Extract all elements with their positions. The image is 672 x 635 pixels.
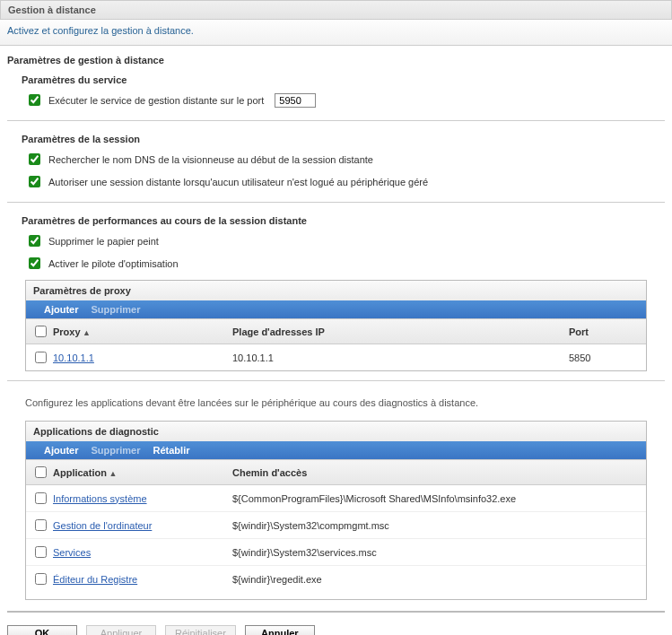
proxy-row-iprange: 10.10.1.1 <box>232 352 569 363</box>
diag-row-path: ${windir}\System32\services.msc <box>232 547 641 558</box>
dialog-button-bar: OK Appliquer Réinitialiser Annuler <box>0 613 672 635</box>
diag-row-app-link[interactable]: Éditeur du Registre <box>53 574 137 585</box>
diag-row-checkbox[interactable] <box>35 492 47 504</box>
service-heading: Paramètres du service <box>0 71 672 89</box>
diag-row: Éditeur du Registre ${windir}\regedit.ex… <box>26 566 646 592</box>
diag-row-app-link[interactable]: Services <box>53 547 91 558</box>
proxy-table-title: Paramètres de proxy <box>26 281 646 300</box>
dns-lookup-label: Rechercher le nom DNS de la visionneuse … <box>48 154 373 165</box>
diag-add-action[interactable]: Ajouter <box>44 445 79 456</box>
allow-nouser-checkbox[interactable] <box>29 176 40 187</box>
proxy-col-port[interactable]: Port <box>569 326 641 337</box>
apply-button: Appliquer <box>86 625 156 635</box>
diag-table: Applications de diagnostic Ajouter Suppr… <box>25 421 647 600</box>
perf-heading: Paramètres de performances au cours de l… <box>0 212 672 230</box>
diag-select-all-checkbox[interactable] <box>35 466 47 478</box>
diag-col-app[interactable]: Application <box>53 467 232 478</box>
diag-row-path: ${windir}\System32\compmgmt.msc <box>232 520 641 531</box>
proxy-action-bar: Ajouter Supprimer <box>26 300 646 318</box>
diag-desc: Configurez les applications devant être … <box>0 390 672 415</box>
diag-restore-action[interactable]: Rétablir <box>153 445 190 456</box>
diag-delete-action[interactable]: Supprimer <box>92 445 141 456</box>
ok-button[interactable]: OK <box>7 625 77 635</box>
proxy-add-action[interactable]: Ajouter <box>44 304 79 315</box>
proxy-row-link[interactable]: 10.10.1.1 <box>53 352 94 363</box>
diag-row-app-link[interactable]: Informations système <box>53 493 147 504</box>
page-subtitle: Activez et configurez la gestion à dista… <box>0 20 672 46</box>
diag-table-header: Application Chemin d'accès <box>26 459 646 485</box>
reset-button: Réinitialiser <box>165 625 236 635</box>
diag-row: Gestion de l'ordinateur ${windir}\System… <box>26 512 646 539</box>
proxy-col-proxy[interactable]: Proxy <box>53 326 232 337</box>
proxy-table: Paramètres de proxy Ajouter Supprimer Pr… <box>25 280 647 371</box>
proxy-select-all-checkbox[interactable] <box>35 326 47 337</box>
run-service-label: Exécuter le service de gestion distante … <box>48 95 264 106</box>
diag-action-bar: Ajouter Supprimer Rétablir <box>26 441 646 459</box>
allow-nouser-label: Autoriser une session distante lorsqu'au… <box>48 177 428 187</box>
port-input[interactable] <box>275 93 316 108</box>
suppress-wallpaper-checkbox[interactable] <box>29 235 40 247</box>
suppress-wallpaper-label: Supprimer le papier peint <box>48 236 159 247</box>
diag-row: Services ${windir}\System32\services.msc <box>26 539 646 566</box>
proxy-table-header: Proxy Plage d'adresses IP Port <box>26 318 646 344</box>
cancel-button[interactable]: Annuler <box>245 625 315 635</box>
diag-row-checkbox[interactable] <box>35 519 47 531</box>
run-service-checkbox[interactable] <box>29 94 40 106</box>
enable-driver-checkbox[interactable] <box>29 257 40 269</box>
diag-row: Informations système ${CommonProgramFile… <box>26 485 646 512</box>
diag-row-app-link[interactable]: Gestion de l'ordinateur <box>53 520 152 531</box>
proxy-col-iprange[interactable]: Plage d'adresses IP <box>232 326 569 337</box>
session-heading: Paramètres de la session <box>0 130 672 148</box>
proxy-row: 10.10.1.1 10.10.1.1 5850 <box>26 344 646 370</box>
page-title: Gestion à distance <box>0 0 672 20</box>
diag-row-checkbox[interactable] <box>35 573 47 585</box>
section-main-title: Paramètres de gestion à distance <box>0 46 672 71</box>
diag-row-checkbox[interactable] <box>35 546 47 558</box>
diag-row-path: ${windir}\regedit.exe <box>232 574 641 585</box>
proxy-row-checkbox[interactable] <box>35 352 47 363</box>
dns-lookup-checkbox[interactable] <box>29 153 40 165</box>
proxy-row-port: 5850 <box>569 352 641 363</box>
diag-row-path: ${CommonProgramFiles}\Microsoft Shared\M… <box>232 493 641 504</box>
proxy-delete-action[interactable]: Supprimer <box>92 304 141 315</box>
diag-col-path[interactable]: Chemin d'accès <box>232 467 641 478</box>
enable-driver-label: Activer le pilote d'optimisation <box>48 258 179 269</box>
diag-table-title: Applications de diagnostic <box>26 422 646 441</box>
